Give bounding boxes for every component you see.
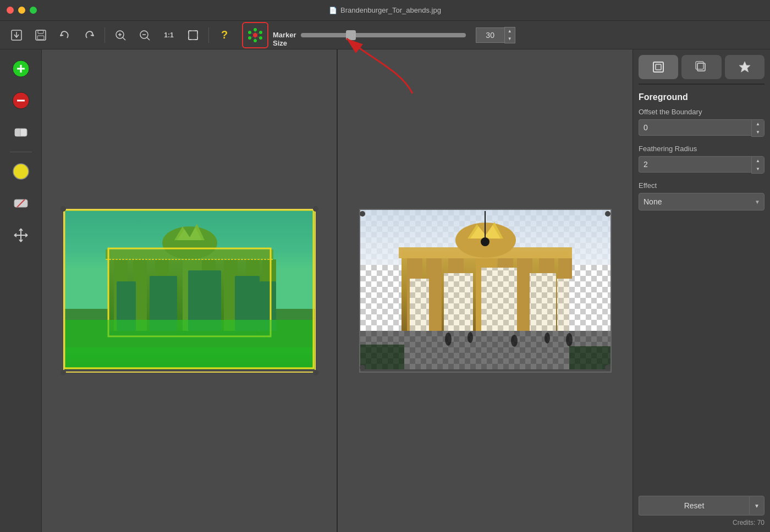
maximize-button[interactable]: [30, 7, 37, 14]
preview-handle-tr[interactable]: [605, 211, 610, 217]
tab-copy-layers[interactable]: [681, 55, 721, 79]
svg-rect-89: [402, 251, 569, 331]
svg-point-84: [445, 332, 452, 346]
reset-dropdown-button[interactable]: ▼: [749, 496, 765, 516]
svg-line-21: [257, 33, 259, 34]
canvas-right[interactable]: [337, 49, 632, 532]
toolbar-separator-2: [208, 27, 209, 43]
zoom-100-button[interactable]: 1:1: [158, 24, 180, 46]
svg-line-8: [123, 37, 125, 40]
svg-point-18: [248, 36, 251, 40]
handle-line-top: [485, 211, 486, 239]
svg-rect-91: [569, 346, 610, 369]
svg-point-14: [254, 28, 257, 31]
marker-size-increment[interactable]: ▲: [505, 27, 515, 35]
help-button[interactable]: ?: [213, 24, 235, 46]
segmentation-view: [63, 209, 316, 373]
save-button[interactable]: [30, 24, 52, 46]
svg-point-87: [544, 332, 550, 343]
canvas-left[interactable]: [42, 49, 337, 532]
tab-layers[interactable]: [639, 55, 678, 79]
erase-marker-button[interactable]: [7, 190, 35, 217]
handle-dot-top[interactable]: [481, 237, 490, 246]
left-toolbar: [0, 49, 42, 532]
feathering-radius-input[interactable]: [639, 156, 751, 173]
offset-boundary-input[interactable]: [639, 119, 751, 136]
marker-size-slider[interactable]: [301, 33, 466, 37]
svg-line-22: [257, 37, 259, 37]
move-tool-button[interactable]: [7, 221, 35, 249]
svg-point-88: [566, 333, 573, 346]
svg-rect-94: [697, 63, 705, 71]
feathering-radius-label: Feathering Radius: [639, 145, 765, 153]
reset-button[interactable]: Reset: [639, 496, 749, 516]
undo-button[interactable]: [54, 24, 76, 46]
feathering-radius-decrement[interactable]: ▼: [752, 165, 764, 173]
preview-handle-br[interactable]: [605, 365, 610, 370]
color-picker-button[interactable]: [7, 158, 35, 185]
preview-handle-tl[interactable]: [360, 211, 365, 217]
toolbar: 1:1 ?: [0, 21, 770, 49]
offset-boundary-row: ▲ ▼: [639, 119, 765, 137]
zoom-out-button[interactable]: [134, 24, 156, 46]
svg-marker-96: [739, 62, 750, 72]
reset-row: Reset ▼: [639, 496, 765, 516]
left-toolbar-separator: [10, 152, 32, 152]
svg-rect-58: [64, 320, 315, 369]
svg-rect-92: [653, 62, 663, 72]
marker-size-value-box: 30 ▲ ▼: [476, 27, 515, 43]
right-panel: Foreground Offset the Boundary ▲ ▼ Feath…: [632, 49, 770, 532]
top-handle-area: [481, 211, 490, 245]
svg-point-85: [468, 332, 473, 343]
svg-rect-33: [15, 129, 20, 136]
canvas-area[interactable]: [42, 49, 632, 532]
main-content: Foreground Offset the Boundary ▲ ▼ Feath…: [0, 49, 770, 532]
zoom-fit-button[interactable]: [182, 24, 204, 46]
zoom-in-button[interactable]: [109, 24, 131, 46]
close-button[interactable]: [7, 7, 14, 14]
handle-br[interactable]: [313, 370, 318, 375]
canvas-split: [42, 49, 632, 532]
svg-rect-90: [360, 345, 404, 369]
marker-size-value: 30: [476, 27, 504, 43]
marker-size-decrement[interactable]: ▼: [505, 35, 515, 43]
preview-handle-bl[interactable]: [360, 365, 365, 370]
svg-point-15: [259, 31, 262, 34]
svg-rect-12: [189, 31, 197, 40]
offset-boundary-decrement[interactable]: ▼: [752, 128, 764, 136]
traffic-lights: [7, 7, 37, 14]
effect-select[interactable]: None Blur Sharpen Glow: [639, 193, 765, 210]
svg-line-11: [147, 37, 150, 40]
offset-boundary-increment[interactable]: ▲: [752, 120, 764, 128]
title-bar: 📄 Brandenburger_Tor_abends.jpg: [0, 0, 770, 21]
offset-boundary-stepper: ▲ ▼: [751, 119, 765, 137]
add-foreground-button[interactable]: [7, 55, 35, 82]
svg-point-35: [13, 164, 29, 179]
feathering-radius-increment[interactable]: ▲: [752, 157, 764, 165]
offset-boundary-label: Offset the Boundary: [639, 108, 765, 116]
tab-favorites[interactable]: [725, 55, 765, 79]
panel-tabs: [639, 55, 765, 85]
effect-label: Effect: [639, 181, 765, 190]
download-button[interactable]: [6, 24, 28, 46]
add-background-button[interactable]: [7, 87, 35, 114]
left-image-container: [63, 209, 316, 373]
marker-tool-button[interactable]: [242, 22, 268, 48]
handle-bl[interactable]: [61, 370, 66, 375]
handle-tr[interactable]: [313, 206, 318, 212]
svg-point-86: [511, 335, 518, 347]
doc-icon: 📄: [329, 7, 337, 14]
marker-size-label: Marker Size: [273, 22, 296, 48]
eraser-button[interactable]: [7, 119, 35, 146]
svg-point-13: [253, 33, 257, 37]
feathering-radius-row: ▲ ▼: [639, 156, 765, 174]
redo-button[interactable]: [78, 24, 100, 46]
minimize-button[interactable]: [18, 7, 25, 14]
svg-rect-3: [38, 30, 43, 34]
svg-line-24: [251, 37, 253, 37]
credits-display: Credits: 70: [639, 519, 765, 527]
svg-point-17: [254, 39, 257, 42]
marker-size-stepper: ▲ ▼: [504, 27, 515, 43]
handle-tl[interactable]: [61, 206, 66, 212]
panel-section-title: Foreground: [639, 92, 765, 102]
